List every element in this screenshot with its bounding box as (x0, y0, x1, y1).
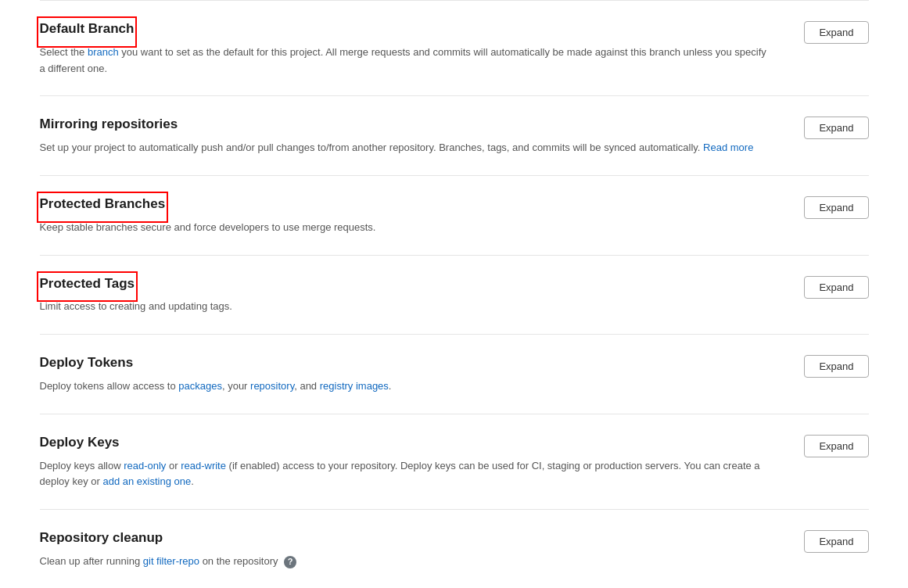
default-branch-section: Default Branch Select the branch you wan… (40, 0, 869, 95)
deploy-tokens-expand-button[interactable]: Expand (804, 355, 868, 378)
help-icon[interactable]: ? (284, 556, 296, 568)
protected-branches-content: Protected Branches Keep stable branches … (40, 195, 805, 236)
mirroring-expand-button[interactable]: Expand (804, 117, 868, 139)
deploy-keys-content: Deploy Keys Deploy keys allow read-only … (40, 433, 805, 490)
packages-link[interactable]: packages (178, 380, 222, 392)
mirroring-section: Mirroring repositories Set up your proje… (40, 95, 869, 175)
default-branch-desc: Select the branch you want to set as the… (40, 45, 773, 77)
read-only-link[interactable]: read-only (124, 460, 166, 471)
deploy-keys-desc: Deploy keys allow read-only or read-writ… (40, 458, 773, 491)
protected-branches-expand-button[interactable]: Expand (804, 196, 868, 219)
protected-tags-expand-button[interactable]: Expand (804, 276, 868, 299)
deploy-keys-expand-button[interactable]: Expand (804, 435, 868, 457)
default-branch-expand-button[interactable]: Expand (804, 21, 868, 44)
deploy-tokens-desc: Deploy tokens allow access to packages, … (40, 378, 773, 395)
repository-cleanup-expand-button[interactable]: Expand (804, 530, 868, 553)
repository-cleanup-desc: Clean up after running git filter-repo o… (40, 554, 773, 570)
protected-tags-title: Protected Tags (40, 274, 135, 293)
default-branch-title-wrapper: Default Branch (40, 20, 135, 45)
mirroring-content: Mirroring repositories Set up your proje… (40, 115, 805, 156)
repository-link[interactable]: repository (250, 380, 294, 392)
default-branch-title: Default Branch (40, 20, 135, 38)
deploy-keys-title: Deploy Keys (40, 433, 773, 452)
deploy-tokens-content: Deploy Tokens Deploy tokens allow access… (40, 353, 805, 395)
add-existing-link[interactable]: add an existing one (102, 475, 191, 487)
protected-tags-title-wrapper: Protected Tags (40, 274, 135, 299)
mirroring-title: Mirroring repositories (40, 115, 773, 134)
protected-branches-title: Protected Branches (40, 195, 166, 213)
protected-branches-section: Protected Branches Keep stable branches … (40, 175, 869, 255)
deploy-tokens-section: Deploy Tokens Deploy tokens allow access… (40, 334, 869, 414)
repository-cleanup-section: Repository cleanup Clean up after runnin… (40, 509, 869, 588)
git-filter-repo-link[interactable]: git filter-repo (143, 555, 199, 567)
protected-tags-section: Protected Tags Limit access to creating … (40, 255, 869, 335)
branch-link[interactable]: branch (88, 46, 119, 58)
mirroring-read-more-link[interactable]: Read more (703, 142, 753, 153)
read-write-link[interactable]: read-write (181, 460, 226, 471)
mirroring-desc: Set up your project to automatically pus… (40, 140, 773, 156)
repository-cleanup-title: Repository cleanup (40, 529, 773, 547)
default-branch-content: Default Branch Select the branch you wan… (40, 20, 805, 77)
protected-tags-desc: Limit access to creating and updating ta… (40, 299, 773, 315)
registry-link[interactable]: registry images (320, 380, 389, 392)
deploy-keys-section: Deploy Keys Deploy keys allow read-only … (40, 414, 869, 509)
repository-cleanup-content: Repository cleanup Clean up after runnin… (40, 529, 805, 570)
deploy-tokens-title: Deploy Tokens (40, 353, 773, 372)
protected-branches-desc: Keep stable branches secure and force de… (40, 220, 773, 236)
protected-tags-content: Protected Tags Limit access to creating … (40, 274, 805, 316)
protected-branches-title-wrapper: Protected Branches (40, 195, 166, 220)
settings-page: Default Branch Select the branch you wan… (24, 0, 885, 588)
